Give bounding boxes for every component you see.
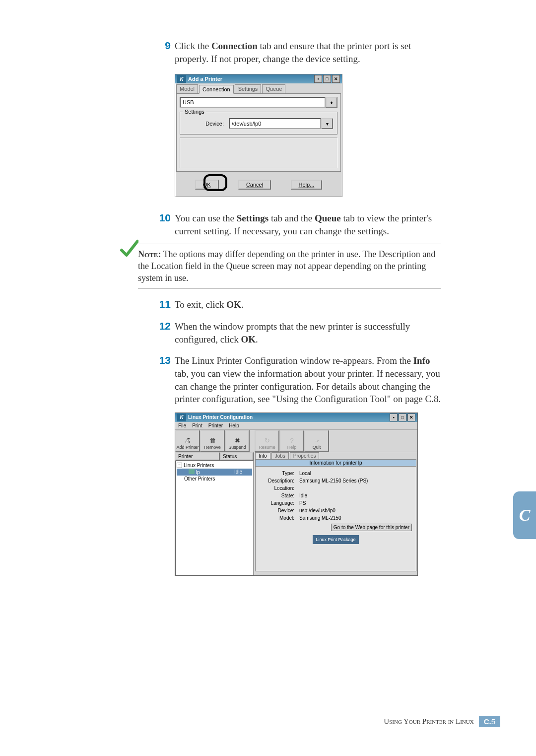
add-printer-screenshot: K Add a Printer ▪ □ ✕ Model Connection S… [175,74,442,197]
lbl: Model: [260,515,294,521]
dialog-wrapper: K Add a Printer ▪ □ ✕ Model Connection S… [175,74,341,197]
step-text: To exit, click OK. [175,298,442,311]
left-pane: Printer Status −Linux Printers lpIdle Ot… [175,452,254,575]
combo-value: USB [180,97,326,108]
tree-node-linux-printers[interactable]: −Linux Printers [177,462,252,469]
device-row: Device: /dev/usb/lp0 ▾ [184,118,333,129]
k-icon: K [177,75,186,83]
minimize-icon[interactable]: ▪ [314,75,322,83]
box-l: C. [484,717,491,726]
row-type: Type:Local [260,470,412,477]
linux-print-package-logo: Linux Print Package [313,535,358,544]
maximize-icon[interactable]: □ [323,75,331,83]
lbl: Description: [260,478,294,483]
content-column: 9 Click the Connection tab and ensure th… [154,40,442,238]
connection-type-combo[interactable]: USB ♦ [180,97,337,108]
web-page-link[interactable]: Go to the Web page for this printer [331,524,412,531]
close-icon[interactable]: ✕ [407,413,415,421]
val: Local [299,471,412,476]
tab-model[interactable]: Model [176,84,198,93]
minimize-icon[interactable]: ▪ [390,413,398,421]
step-number: 13 [154,354,171,366]
bold: OK [241,334,256,344]
val: PS [299,500,412,506]
step-10: 10 You can use the Settings tab and the … [154,212,442,237]
appendix-tab: C [513,491,536,539]
cancel-button[interactable]: Cancel [238,180,271,190]
quit-button[interactable]: →Quit [304,430,329,452]
help-button[interactable]: ?Help [279,430,304,452]
tab-properties[interactable]: Properties [290,452,320,459]
rule [138,288,441,288]
maximize-icon[interactable]: □ [399,413,406,421]
chevron-down-icon[interactable]: ▾ [321,118,333,129]
suspend-icon: ✖ [235,437,240,444]
tree-node-other-printers[interactable]: Other Printers [177,476,252,482]
bold: Queue [315,213,341,223]
chevron-updown-icon[interactable]: ♦ [326,97,337,108]
val: Samsung ML-2150 Series (PS) [299,478,412,483]
note-block: Note: The options may differ depending o… [138,244,441,289]
tab-settings[interactable]: Settings [235,84,262,93]
step-text: Click the Connection tab and ensure that… [175,40,442,65]
t: When the window prompts that the new pri… [175,321,410,344]
info-title: Information for printer lp [256,460,416,467]
tab-queue[interactable]: Queue [262,84,285,93]
quit-icon: → [314,437,320,444]
val [299,485,412,491]
page-footer: Using Your Printer in Linux C.5 [384,716,500,727]
step-number: 11 [154,298,171,310]
info-grid: Type:Local Description:Samsung ML-2150 S… [256,467,416,547]
help-button[interactable]: Help... [291,180,323,190]
suspend-button[interactable]: ✖Suspend [225,430,250,452]
step-text: The Linux Printer Configuration window r… [175,354,442,406]
titlebar: K Linux Printer Configuration ▪ □ ✕ [175,413,417,422]
ok-button[interactable]: OK [195,180,219,190]
collapse-icon[interactable]: − [177,463,182,468]
settings-fieldset: Settings Device: /dev/usb/lp0 ▾ [180,112,337,135]
tab-row: Model Connection Settings Queue [175,83,342,93]
menu-file[interactable]: File [178,423,186,428]
note-label: Note: [138,249,161,259]
tab-info[interactable]: Info [255,452,270,459]
step-number: 9 [154,40,171,52]
val: Samsung ML-2150 [299,515,412,521]
menu-help[interactable]: Help [229,423,239,428]
menu-bar: File Print Printer Help [175,422,417,429]
footer-text: Using Your Printer in Linux [384,717,473,726]
add-printer-button[interactable]: 🖨Add Printer [175,430,200,452]
tab-jobs[interactable]: Jobs [271,452,289,459]
label: Resume [259,445,275,450]
menu-print[interactable]: Print [192,423,202,428]
label: Linux Printers [184,463,214,468]
step-12: 12 When the window prompts that the new … [154,320,442,345]
printer-tree[interactable]: −Linux Printers lpIdle Other Printers [175,461,254,575]
remove-button[interactable]: 🗑Remove [200,430,225,452]
t: You can use the [175,213,237,223]
t: The Linux Printer Configuration window r… [175,355,413,366]
k-icon: K [177,413,186,421]
tree-node-lp[interactable]: lpIdle [177,469,252,476]
help-icon: ? [290,437,293,444]
tab-connection[interactable]: Connection [199,85,234,94]
resume-button[interactable]: ↻Resume [255,430,279,452]
lbl: Device: [260,508,294,513]
t: tab and the [268,213,315,223]
row-description: Description:Samsung ML-2150 Series (PS) [260,477,412,484]
right-pane: Info Jobs Properties Information for pri… [254,452,417,575]
lbl: Language: [260,500,294,506]
menu-printer[interactable]: Printer [208,423,223,428]
printer-icon: 🖨 [185,437,191,444]
row-language: Language:PS [260,499,412,507]
label: Quit [313,445,321,450]
device-combo[interactable]: /dev/usb/lp0 ▾ [229,118,333,129]
label: Add Printer [176,445,199,450]
page-number-box: C.5 [479,716,500,727]
close-icon[interactable]: ✕ [332,75,340,83]
bold: OK [226,299,241,310]
bold: Settings [237,213,268,223]
note-check-icon [118,239,139,260]
label: Remove [204,445,221,450]
col-printer[interactable]: Printer [175,452,220,461]
col-status[interactable]: Status [220,452,254,461]
